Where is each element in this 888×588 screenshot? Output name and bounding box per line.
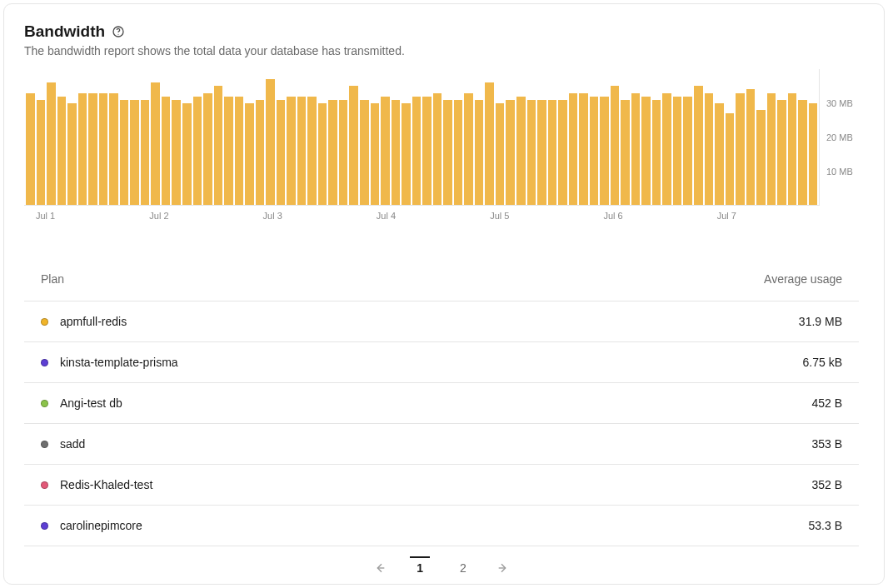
- plan-name: carolinepimcore: [60, 519, 142, 532]
- chart-bar: [256, 100, 265, 205]
- chart-bar: [141, 100, 150, 205]
- chart-bar: [182, 103, 192, 205]
- pagination: 1 2: [24, 546, 859, 580]
- x-tick: Jul 1: [24, 211, 137, 221]
- x-tick: Jul 5: [478, 211, 591, 221]
- chart-bar: [307, 97, 317, 205]
- chart-bar: [454, 100, 463, 205]
- page-1[interactable]: 1: [410, 556, 430, 580]
- chart-bar: [715, 103, 724, 205]
- table-row[interactable]: sadd353 B: [24, 424, 859, 465]
- x-tick: Jul 6: [591, 211, 705, 221]
- chart-bar: [475, 100, 484, 205]
- x-tick: Jul 2: [137, 211, 251, 221]
- bandwidth-card: Bandwidth The bandwidth report shows the…: [3, 3, 885, 585]
- chart-bar: [537, 100, 546, 205]
- chart-bar: [203, 93, 212, 205]
- chart-bar: [67, 103, 77, 205]
- chart-bar: [193, 97, 202, 205]
- chart-bar: [694, 86, 703, 205]
- chart-bar: [26, 93, 35, 205]
- table-row[interactable]: apmfull-redis31.9 MB: [24, 301, 859, 342]
- usage-value: 31.9 MB: [799, 315, 842, 328]
- chart-bar: [412, 97, 422, 205]
- chart-bar: [777, 100, 786, 205]
- y-tick-30: 30 MB: [826, 98, 853, 108]
- card-header: Bandwidth: [24, 22, 864, 41]
- plan-name: sadd: [60, 437, 85, 451]
- status-dot-icon: [41, 481, 48, 489]
- table-body: apmfull-redis31.9 MBkinsta-template-pris…: [24, 301, 859, 546]
- chart-bar: [464, 93, 473, 205]
- table-row[interactable]: Angi-test db452 B: [24, 383, 859, 424]
- table-row[interactable]: kinsta-template-prisma6.75 kB: [24, 342, 859, 383]
- plan-cell: carolinepimcore: [41, 519, 142, 532]
- chart-bar: [631, 93, 641, 205]
- chart-bar: [422, 97, 432, 205]
- chart-plot-area: [24, 69, 819, 206]
- usage-table-scroll[interactable]: Plan Average usage apmfull-redis31.9 MBk…: [24, 264, 864, 580]
- page-2[interactable]: 2: [453, 556, 473, 580]
- chart-x-axis: Jul 1 Jul 2 Jul 3 Jul 4 Jul 5 Jul 6 Jul …: [24, 211, 864, 221]
- page-next-button[interactable]: [496, 561, 510, 575]
- table-header: Plan Average usage: [24, 264, 859, 301]
- chart-bar: [392, 100, 401, 205]
- chart-bar: [318, 103, 327, 205]
- chart-bar: [600, 97, 609, 205]
- plan-cell: sadd: [41, 437, 85, 451]
- chart-bar: [47, 82, 56, 205]
- chart-bar: [548, 100, 557, 205]
- usage-value: 353 B: [811, 437, 842, 451]
- chart-bar: [433, 93, 442, 205]
- chart-bar: [339, 100, 348, 205]
- chart-bar: [402, 103, 411, 205]
- chart-bar: [652, 100, 661, 205]
- col-usage: Average usage: [764, 272, 842, 286]
- chart-bar: [371, 103, 380, 205]
- chart-bar: [726, 113, 735, 205]
- chart-bar: [590, 97, 599, 205]
- chart-bar: [579, 93, 588, 205]
- chart-bar: [641, 97, 651, 205]
- chart-bar: [57, 97, 67, 205]
- status-dot-icon: [41, 400, 48, 407]
- usage-value: 53.3 B: [809, 519, 842, 532]
- y-tick-20: 20 MB: [826, 132, 853, 142]
- chart-bar: [569, 93, 578, 205]
- table-row[interactable]: Redis-Khaled-test352 B: [24, 465, 859, 506]
- chart-bar: [78, 93, 87, 205]
- plan-name: apmfull-redis: [60, 315, 127, 328]
- chart-bar: [705, 93, 714, 205]
- chart-bar: [130, 100, 139, 205]
- chart-bar: [151, 82, 160, 205]
- chart-bar: [245, 103, 254, 205]
- chart-bar: [516, 97, 526, 205]
- chart-bar: [88, 93, 97, 205]
- plan-name: kinsta-template-prisma: [60, 356, 178, 369]
- chart-bar: [746, 89, 756, 205]
- status-dot-icon: [41, 359, 48, 366]
- usage-value: 6.75 kB: [803, 356, 842, 369]
- chart-bar: [349, 86, 358, 205]
- chart-bar: [162, 97, 171, 205]
- chart-bar: [172, 100, 181, 205]
- chart-bar: [485, 82, 494, 205]
- plan-name: Redis-Khaled-test: [60, 478, 152, 491]
- chart-bar: [558, 100, 567, 205]
- status-dot-icon: [41, 441, 48, 448]
- plan-cell: Redis-Khaled-test: [41, 478, 152, 491]
- table-row[interactable]: carolinepimcore53.3 B: [24, 506, 859, 546]
- plan-name: Angi-test db: [60, 396, 122, 410]
- x-tick: Jul 4: [365, 211, 478, 221]
- usage-value: 452 B: [811, 396, 842, 410]
- plan-cell: apmfull-redis: [41, 315, 127, 328]
- status-dot-icon: [41, 318, 48, 326]
- svg-point-1: [118, 34, 119, 35]
- plan-cell: kinsta-template-prisma: [41, 356, 178, 369]
- chart-bar: [214, 86, 223, 205]
- chart-bar: [788, 93, 797, 205]
- chart-bar: [736, 93, 745, 205]
- chart-bar: [496, 103, 505, 205]
- help-icon[interactable]: [112, 25, 125, 38]
- page-prev-button[interactable]: [373, 561, 387, 575]
